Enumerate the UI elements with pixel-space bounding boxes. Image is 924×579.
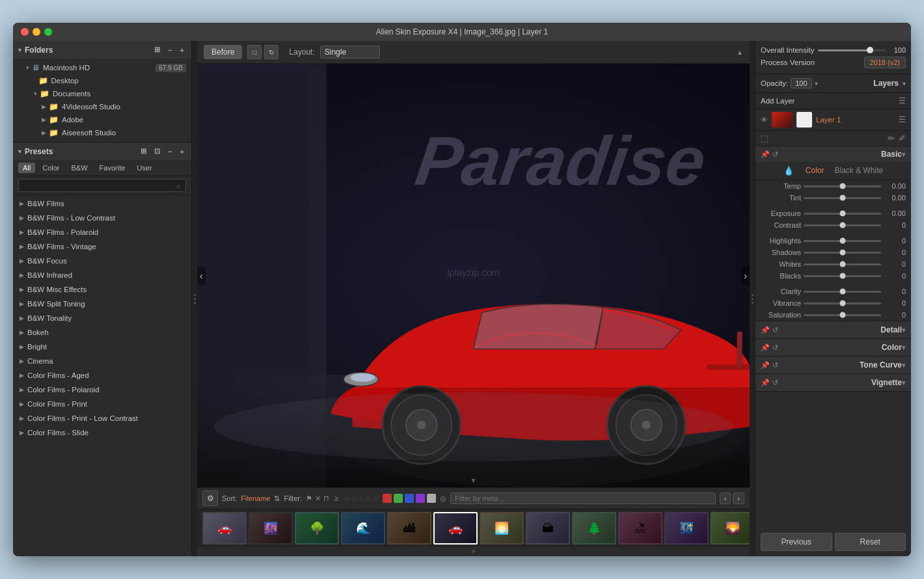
star-1[interactable]: ☆ (344, 494, 350, 503)
pen-tool-icon[interactable]: ✏ (888, 133, 895, 143)
filter-x-icon[interactable]: ✕ (315, 494, 321, 503)
contrast-slider[interactable] (804, 224, 881, 226)
list-item[interactable]: ▶B&W Tonality (13, 311, 191, 325)
tree-item-adobe[interactable]: ▶ 📁 Adobe (13, 113, 191, 126)
search-input[interactable] (18, 179, 186, 192)
brush-tool-icon[interactable]: ✐ (899, 133, 906, 143)
list-item[interactable]: ▶Color Films - Print (13, 397, 191, 411)
opacity-value[interactable]: 100 (791, 78, 811, 88)
vignette-header[interactable]: 📌 ↺ Vignette ▾ (755, 374, 911, 391)
maximize-button[interactable] (44, 28, 52, 36)
filter-flag-icon[interactable]: ⚑ (306, 494, 312, 503)
basic-reset-icon[interactable]: ↺ (772, 150, 778, 159)
view-square-icon[interactable]: □ (247, 45, 262, 59)
viewer-scroll-right[interactable]: › (741, 267, 750, 285)
right-resize-handle[interactable] (750, 41, 755, 556)
list-item[interactable]: ▶Color Films - Aged (13, 368, 191, 383)
presets-expand-icon[interactable]: ⊡ (152, 146, 162, 156)
presets-collapse-arrow[interactable]: ▾ (18, 148, 21, 155)
dropper-icon[interactable]: 💧 (783, 166, 794, 176)
layer-visibility-icon[interactable]: 👁 (761, 116, 768, 124)
filter-color[interactable]: Color (38, 163, 64, 173)
tone-curve-arrow[interactable]: ▾ (902, 361, 906, 370)
folders-grid-icon[interactable]: ⊞ (152, 45, 162, 55)
filter-bw[interactable]: B&W (67, 163, 92, 173)
color-reset-icon[interactable]: ↺ (772, 343, 778, 352)
process-version-badge[interactable]: 2018 (v2) (864, 57, 906, 68)
thumb-7[interactable]: 🌅 (480, 512, 524, 545)
vignette-arrow[interactable]: ▾ (902, 379, 906, 387)
tree-item-4videosoft[interactable]: ▶ 📁 4Videosoft Studio (13, 100, 191, 113)
list-item[interactable]: ▶B&W Films (13, 196, 191, 211)
crop-tool-icon[interactable]: ⬚ (761, 133, 768, 143)
sort-selector[interactable]: Filename (241, 494, 270, 502)
color-dot-blue[interactable] (405, 494, 414, 503)
view-rotate-icon[interactable]: ↻ (264, 45, 279, 59)
tab-color[interactable]: Color (806, 166, 824, 176)
detail-header[interactable]: 📌 ↺ Detail ▾ (755, 321, 911, 338)
thumb-12[interactable]: 🌄 (711, 512, 750, 545)
viewer-scroll-left[interactable]: ‹ (197, 267, 206, 285)
star-5[interactable]: ☆ (372, 494, 379, 503)
intensity-slider[interactable] (818, 49, 886, 51)
thumb-9[interactable]: 🌲 (572, 512, 616, 545)
blacks-slider[interactable] (804, 275, 881, 277)
filmstrip-bottom-arrow[interactable]: ▼ (197, 547, 750, 556)
tree-item-documents[interactable]: ▾ 📁 Documents (13, 87, 191, 100)
sort-direction-icon[interactable]: ⇅ (274, 494, 280, 503)
vibrance-slider[interactable] (804, 303, 881, 304)
before-button[interactable]: Before (204, 45, 242, 59)
detail-reset-icon[interactable]: ↺ (772, 326, 778, 334)
folders-collapse-arrow[interactable]: ▾ (18, 47, 21, 53)
color-dot-red[interactable] (383, 494, 392, 503)
list-item[interactable]: ▶B&W Films - Polaroid (13, 225, 191, 239)
star-4[interactable]: ☆ (365, 494, 372, 503)
filmstrip-next-arrow[interactable]: › (733, 492, 744, 504)
star-3[interactable]: ☆ (358, 494, 364, 503)
filter-all[interactable]: All (18, 163, 35, 173)
thumb-3[interactable]: 🌳 (295, 512, 339, 545)
saturation-slider[interactable] (804, 314, 881, 316)
thumb-8[interactable]: 🏔 (526, 512, 570, 545)
thumb-2[interactable]: 🌆 (249, 512, 293, 545)
list-item[interactable]: ▶B&W Split Toning (13, 297, 191, 311)
color-section-header[interactable]: 📌 ↺ Color ▾ (755, 339, 911, 356)
whites-slider[interactable] (804, 263, 881, 265)
tree-item-desktop[interactable]: 📁 Desktop (13, 74, 191, 87)
temp-slider[interactable] (804, 185, 881, 187)
basic-collapse-arrow[interactable]: ▾ (902, 150, 906, 159)
list-item[interactable]: ▶Bright (13, 340, 191, 354)
list-item[interactable]: ▶B&W Films - Low Contrast (13, 211, 191, 225)
layers-dropdown-arrow[interactable]: ▾ (903, 80, 906, 87)
clarity-slider[interactable] (804, 291, 881, 293)
tone-curve-reset-icon[interactable]: ↺ (772, 361, 778, 370)
folders-plus-icon[interactable]: + (178, 46, 186, 55)
close-button[interactable] (21, 28, 29, 36)
left-resize-handle[interactable] (192, 41, 197, 556)
tint-slider[interactable] (804, 197, 881, 199)
filmstrip-settings-icon[interactable]: ⚙ (202, 491, 218, 506)
color-section-arrow[interactable]: ▾ (902, 343, 906, 352)
minimize-button[interactable] (33, 28, 40, 36)
add-layer-menu-icon[interactable]: ☰ (899, 96, 906, 105)
detail-collapse-arrow[interactable]: ▾ (902, 326, 906, 334)
tree-item-macintosh[interactable]: ▾ 🖥 Macintosh HD 67.9 GB (13, 61, 191, 74)
list-item[interactable]: ▶Color Films - Polaroid (13, 383, 191, 397)
presets-grid-icon[interactable]: ⊞ (139, 146, 148, 156)
thumb-10[interactable]: 🏖 (618, 512, 662, 545)
color-dot-purple[interactable] (416, 494, 425, 503)
exposure-slider[interactable] (804, 213, 881, 215)
viewer-expand-icon[interactable]: ▲ (737, 49, 743, 56)
list-item[interactable]: ▶B&W Focus (13, 254, 191, 268)
thumb-1[interactable]: 🚗 (202, 512, 247, 545)
viewer-bottom-arrow[interactable]: ▼ (470, 476, 477, 485)
thumb-6-selected[interactable]: 🚗 (433, 512, 478, 545)
layer-options-icon[interactable]: ☰ (899, 115, 906, 124)
tab-bw[interactable]: Black & White (834, 166, 883, 176)
filmstrip-prev-arrow[interactable]: ‹ (720, 492, 731, 504)
filter-user[interactable]: User (132, 163, 156, 173)
list-item[interactable]: ▶B&W Infrared (13, 268, 191, 282)
shadows-slider[interactable] (804, 252, 881, 254)
meta-filter-input[interactable] (450, 492, 716, 504)
highlights-slider[interactable] (804, 240, 881, 242)
